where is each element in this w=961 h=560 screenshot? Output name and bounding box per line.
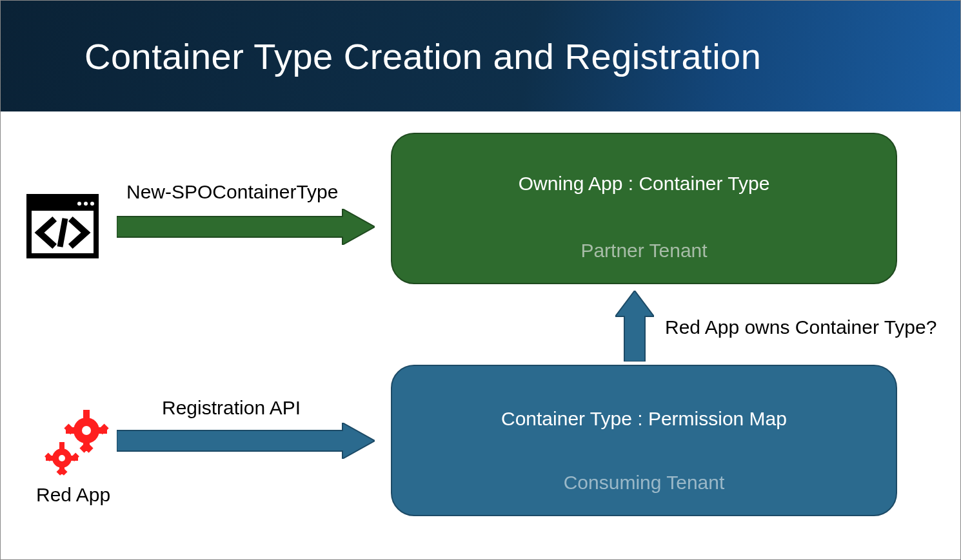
svg-point-3 — [84, 202, 88, 206]
svg-point-18 — [82, 426, 91, 435]
arrow-up-label: Red App owns Container Type? — [665, 316, 936, 338]
arrow-up — [615, 291, 654, 362]
svg-rect-20 — [59, 442, 64, 449]
svg-point-4 — [90, 202, 94, 206]
svg-point-2 — [77, 202, 81, 206]
gears-icon — [43, 410, 114, 478]
partner-tenant-box: Owning App : Container Type Partner Tena… — [391, 133, 897, 284]
consuming-box-subtitle: Consuming Tenant — [392, 472, 896, 494]
slide: Container Type Creation and Registration… — [0, 0, 961, 560]
svg-point-28 — [59, 455, 65, 461]
consuming-box-title: Container Type : Permission Map — [392, 408, 896, 430]
slide-header: Container Type Creation and Registration — [1, 1, 960, 111]
slide-title: Container Type Creation and Registration — [84, 35, 761, 77]
code-window-icon — [26, 194, 99, 258]
arrow-top-label: New-SPOContainerType — [126, 181, 338, 203]
svg-marker-6 — [117, 209, 375, 245]
arrow-bottom-label: Registration API — [162, 397, 301, 419]
svg-marker-7 — [615, 291, 654, 362]
arrow-top — [117, 209, 375, 245]
svg-marker-8 — [117, 423, 375, 459]
consuming-tenant-box: Container Type : Permission Map Consumin… — [391, 365, 897, 516]
svg-rect-10 — [83, 410, 90, 419]
arrow-bottom — [117, 423, 375, 459]
partner-box-title: Owning App : Container Type — [392, 173, 896, 195]
red-app-label: Red App — [36, 484, 110, 506]
partner-box-subtitle: Partner Tenant — [392, 240, 896, 262]
